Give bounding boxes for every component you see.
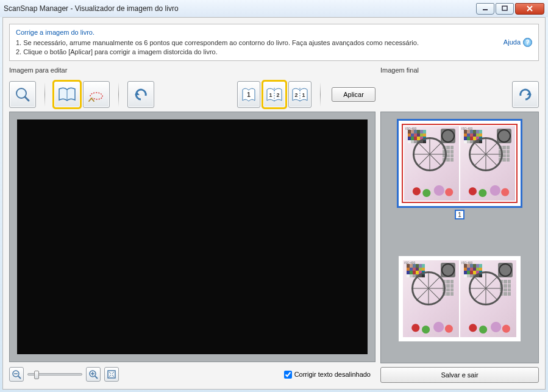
undo-icon — [132, 87, 149, 102]
toolbar-separator — [44, 82, 45, 107]
instructions-line2: 2. Clique o botão [Aplicar] para corrigi… — [16, 48, 504, 57]
help-label: Ajuda — [504, 38, 521, 46]
apply-button-label: Aplicar — [343, 91, 364, 98]
thumbnail-number-badge: 1 — [455, 210, 464, 219]
wheel-icon — [469, 271, 503, 305]
content-area: Corrige a imagem do livro. 1. Se necessá… — [2, 17, 546, 390]
window-title: ScanSnap Manager - Visualizador de image… — [4, 4, 475, 13]
svg-text:1: 1 — [302, 92, 305, 98]
apply-button[interactable]: Aplicar — [332, 87, 375, 102]
help-link[interactable]: Ajuda ? — [504, 38, 532, 47]
edit-canvas[interactable] — [17, 119, 368, 354]
lasso-icon — [88, 87, 105, 102]
zoom-slider-thumb[interactable] — [34, 371, 39, 379]
edit-viewport[interactable] — [9, 112, 375, 362]
thumbnail-image: ISO 400 — [399, 121, 521, 206]
single-page-icon: 1 — [241, 86, 256, 103]
titlebar: ScanSnap Manager - Visualizador de image… — [0, 0, 548, 17]
correct-skew-checkbox[interactable] — [284, 371, 292, 379]
correct-skew-checkbox-group: Corrigir texto desalinhado — [284, 371, 371, 379]
svg-text:1: 1 — [269, 92, 272, 98]
svg-text:1: 1 — [247, 91, 251, 98]
thumbnail-image: ISO 400 — [399, 256, 521, 341]
svg-rect-19 — [108, 371, 115, 378]
fruit-decor — [463, 181, 513, 198]
wheel-icon — [413, 137, 447, 171]
clock-icon — [498, 263, 513, 277]
minimize-button[interactable] — [476, 3, 494, 15]
edit-panel-label: Imagem para editar — [9, 66, 375, 75]
page-mode-spread-12-button[interactable]: 1 2 — [263, 81, 286, 108]
fit-page-button[interactable] — [104, 367, 119, 382]
thumbnail-2[interactable]: ISO 400 — [399, 256, 521, 341]
final-panel-label: Imagem final — [380, 66, 539, 75]
instructions-line1: 1. Se necessário, arrume manualmente os … — [16, 38, 504, 48]
zoom-tool-button[interactable] — [9, 81, 36, 108]
zoom-slider[interactable] — [27, 373, 82, 376]
toolbar-separator — [118, 82, 119, 107]
save-and-exit-button[interactable]: Salvar e sair — [380, 367, 539, 383]
clock-icon — [441, 129, 455, 143]
wheel-icon — [411, 271, 446, 305]
instructions-bar: Corrige a imagem do livro. 1. Se necessá… — [9, 24, 539, 61]
svg-line-3 — [25, 97, 29, 101]
fruit-decor — [407, 181, 457, 198]
columns: Imagem para editar — [9, 66, 539, 383]
toolbar-separator — [320, 82, 321, 107]
fruit-decor — [463, 318, 514, 335]
clock-icon — [497, 129, 511, 143]
edit-toolbar: 1 1 2 — [9, 77, 375, 112]
maximize-button[interactable] — [496, 3, 514, 15]
lasso-tool-button[interactable] — [83, 81, 110, 108]
magnifier-icon — [14, 86, 31, 103]
help-icon: ? — [523, 38, 532, 47]
bottom-toolbar: Corrigir texto desalinhado — [9, 366, 375, 383]
magnifier-plus-icon — [88, 369, 98, 379]
redo-button[interactable] — [512, 81, 539, 108]
save-and-exit-label: Salvar e sair — [441, 371, 478, 379]
spread-21-icon: 2 1 — [291, 86, 308, 103]
undo-button[interactable] — [127, 81, 154, 108]
instructions-heading: Corrige a imagem do livro. — [16, 28, 504, 37]
open-book-icon — [58, 87, 76, 102]
window-root: ScanSnap Manager - Visualizador de image… — [0, 0, 548, 392]
spread-12-icon: 1 2 — [266, 86, 283, 103]
fit-page-icon — [107, 369, 116, 379]
redo-icon — [517, 87, 534, 102]
magnifier-minus-icon — [12, 369, 21, 379]
zoom-in-button[interactable] — [86, 367, 101, 382]
final-thumbnails-viewport[interactable]: ISO 400 — [380, 112, 539, 363]
svg-line-13 — [18, 376, 21, 379]
svg-line-16 — [95, 376, 98, 379]
clock-icon — [441, 263, 455, 277]
wheel-icon — [469, 137, 503, 171]
correct-skew-label: Corrigir texto desalinhado — [294, 371, 371, 378]
page-mode-single-button[interactable]: 1 — [237, 81, 260, 108]
page-mode-spread-21-button[interactable]: 2 1 — [288, 81, 311, 108]
svg-rect-1 — [502, 6, 507, 10]
book-outline-tool-button[interactable] — [54, 81, 80, 108]
zoom-out-button[interactable] — [9, 367, 24, 382]
svg-text:2: 2 — [294, 92, 297, 98]
thumbnail-1[interactable]: ISO 400 — [399, 121, 521, 219]
edit-panel: Imagem para editar — [9, 66, 375, 383]
final-panel: Imagem final ISO 40 — [380, 66, 539, 383]
close-button[interactable] — [515, 3, 544, 15]
fruit-decor — [405, 318, 457, 335]
window-controls — [475, 3, 544, 15]
final-toolbar — [380, 77, 539, 112]
svg-text:2: 2 — [276, 92, 279, 98]
instructions-text: Corrige a imagem do livro. 1. Se necessá… — [16, 28, 504, 57]
